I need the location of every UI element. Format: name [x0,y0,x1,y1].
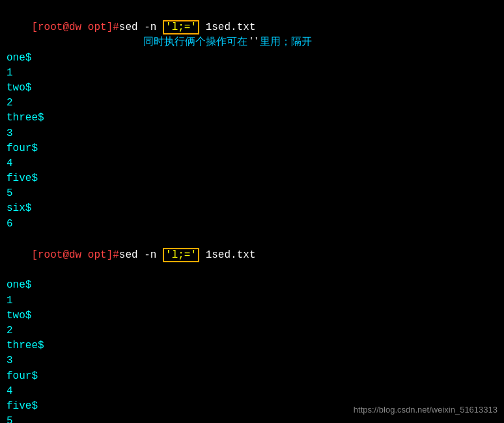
output-line-2-4: 2 [7,323,497,338]
cmd-prefix-2: sed -n [119,249,163,261]
output-line-1-5: three$ [7,111,497,126]
output-line-1-4: 2 [7,96,497,111]
output-line-2-8: 4 [7,384,497,399]
output-line-2-2: 1 [7,293,497,308]
output-line-1-2: 1 [7,66,497,81]
output-line-1-3: two$ [7,81,497,96]
watermark: https://blog.csdn.net/weixin_51613313 [354,404,497,416]
output-line-1-1: one$ [7,51,497,66]
output-line-1-7: four$ [7,141,497,156]
annotation-text: 同时执行俩个操作可在 ' ' 里用；隔开 [143,34,312,49]
terminal-window: [root@dw opt]#sed -n 'l;=' 1sed.txt one$… [0,0,504,423]
cmd-highlight-1: 'l;=' [163,20,199,34]
prompt-1: [root@dw opt]# [31,21,119,33]
output-line-2-7: four$ [7,369,497,384]
cmd-highlight-2: 'l;=' [163,248,199,262]
prompt-2: [root@dw opt]# [31,249,119,261]
output-line-1-6: 3 [7,126,497,141]
cmd-suffix-2: 1sed.txt [199,249,255,261]
output-line-2-5: three$ [7,338,497,353]
cmd-prefix-1: sed -n [119,21,163,33]
cmd-suffix-1: 1sed.txt [199,21,255,33]
output-line-1-8: 4 [7,156,497,171]
output-line-1-11: six$ [7,201,497,216]
output-line-1-9: five$ [7,171,497,186]
output-line-1-12: 6 [7,217,497,232]
output-line-2-3: two$ [7,308,497,323]
command-line-2: [root@dw opt]#sed -n 'l;=' 1sed.txt [7,233,497,279]
output-line-2-1: one$ [7,278,497,293]
output-line-2-6: 3 [7,353,497,368]
output-line-1-10: 5 [7,186,497,201]
